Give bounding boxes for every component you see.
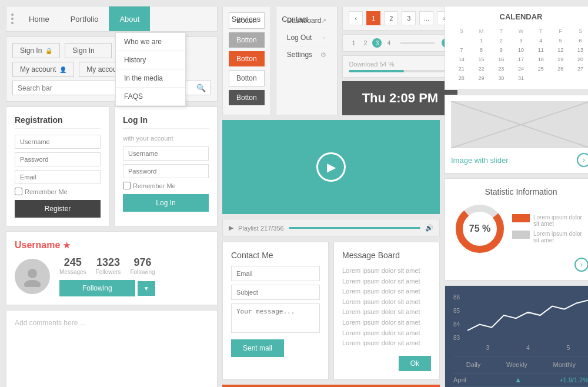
video-player: ▶ bbox=[222, 120, 440, 214]
image-slider-next-btn[interactable]: › bbox=[577, 153, 588, 167]
chart-tab-weekly[interactable]: Weekly bbox=[506, 361, 527, 368]
sign-in-btn-2[interactable]: Sign In bbox=[65, 43, 112, 58]
register-button[interactable]: Register bbox=[15, 200, 101, 218]
video-area: ‹ 1 2 3 ... › 1 2 3 4 bbox=[342, 6, 457, 115]
prev-page-btn[interactable]: ‹ bbox=[349, 11, 363, 25]
my-account-btn-1[interactable]: My account 👤 bbox=[12, 62, 74, 77]
search-icon: 🔍 bbox=[196, 84, 206, 92]
cal-day-m: M bbox=[472, 27, 491, 35]
contact-email[interactable] bbox=[231, 266, 320, 281]
image-slider-card: Image with slider › bbox=[445, 95, 588, 174]
external-link-icon: ↗ bbox=[321, 17, 326, 25]
message-board-title: Message Board bbox=[342, 251, 431, 260]
cal-day-s2: S bbox=[571, 27, 588, 35]
legend-color-gray bbox=[512, 231, 530, 239]
nav-home[interactable]: Home bbox=[18, 6, 60, 31]
lock-icon: 🔒 bbox=[45, 48, 52, 54]
calendar-grid: S M T W T F S 123456 78910111213 1415161… bbox=[451, 26, 588, 84]
dot-4[interactable]: 4 bbox=[384, 38, 393, 48]
login-subtitle: with your account bbox=[123, 135, 209, 142]
dot-pages-row: 1 2 3 4 bbox=[342, 34, 457, 52]
dot-1[interactable]: 1 bbox=[349, 38, 358, 48]
page-3-btn[interactable]: 3 bbox=[402, 11, 416, 25]
login-remember-me: Remember Me bbox=[123, 182, 209, 189]
contact-message[interactable] bbox=[231, 303, 320, 333]
nav-dropdown: Who we are History In the media FAQS bbox=[115, 32, 186, 106]
legend-color-orange bbox=[512, 214, 530, 222]
chart-tabs: Daily Weekly Monthly bbox=[453, 356, 588, 368]
registration-card: Registration Remember Me Register bbox=[6, 106, 109, 226]
dropdown-media[interactable]: In the media bbox=[116, 69, 185, 88]
send-mail-button[interactable]: Sent mail bbox=[231, 339, 284, 357]
chart-y-labels: 86 85 84 83 bbox=[453, 294, 460, 341]
progress-bar bbox=[349, 70, 451, 72]
reg-username[interactable] bbox=[15, 135, 101, 149]
legend-item-2: Lorem ipsum dolor sit amet bbox=[512, 231, 588, 243]
time-display: Thu 2:09 PM bbox=[342, 81, 457, 115]
comment-card[interactable]: Add comments here ... bbox=[6, 310, 218, 387]
chart-row-april: April ▲ +1.9/1.2% bbox=[453, 373, 588, 386]
page-2-btn[interactable]: 2 bbox=[384, 11, 398, 25]
auth-section: Sign In 🔒 Sign In My account 👤 My accoun… bbox=[6, 36, 218, 102]
play-icon[interactable]: ▶ bbox=[229, 224, 233, 232]
nav-portfolio[interactable]: Portfolio bbox=[60, 6, 109, 31]
chart-card: 86 85 84 83 3 4 5 Daily Weekly Monthly bbox=[445, 285, 588, 387]
volume-icon[interactable]: 🔊 bbox=[425, 224, 433, 232]
btn-dark[interactable]: Botton bbox=[229, 90, 265, 105]
arrow-right-icon: → bbox=[320, 34, 326, 41]
message-board-card: Message Board Lorem ipsum dolor sit amet… bbox=[333, 242, 440, 380]
svg-point-1 bbox=[24, 280, 41, 287]
following-button[interactable]: Following bbox=[59, 280, 135, 296]
page-dots-btn[interactable]: ... bbox=[419, 11, 433, 25]
reg-email[interactable] bbox=[15, 170, 101, 184]
nav-contact[interactable]: Contact bbox=[271, 6, 319, 31]
star-icon: ★ bbox=[63, 241, 71, 250]
dot-2[interactable]: 2 bbox=[360, 38, 370, 48]
reg-remember-me: Remember Me bbox=[15, 188, 101, 195]
ok-button[interactable]: Ok bbox=[399, 356, 431, 371]
donut-percent: 75 % bbox=[469, 223, 490, 234]
nav-services[interactable]: Services bbox=[220, 6, 271, 31]
btn-outline-2[interactable]: Botton bbox=[229, 70, 265, 86]
chart-tab-monthly[interactable]: Monthly bbox=[553, 361, 576, 368]
login-remember-checkbox[interactable] bbox=[123, 182, 131, 189]
chart-tab-daily[interactable]: Daily bbox=[466, 361, 480, 368]
video-controls: ▶ Playlist 217/356 🔊 bbox=[222, 219, 440, 237]
avatar bbox=[15, 259, 50, 294]
settings-item[interactable]: Settings ⚙ bbox=[282, 46, 332, 63]
donut-chart: 75 % bbox=[453, 202, 506, 255]
login-button[interactable]: Log In bbox=[123, 194, 209, 212]
contact-title: Contact Me bbox=[231, 251, 320, 260]
login-password[interactable] bbox=[123, 164, 209, 178]
following-dropdown-arrow[interactable]: ▼ bbox=[138, 281, 155, 296]
sign-in-btn-1[interactable]: Sign In 🔒 bbox=[12, 43, 60, 58]
nav-about[interactable]: About bbox=[109, 6, 150, 31]
dropdown-who[interactable]: Who we are bbox=[116, 33, 185, 51]
statistic-next-btn[interactable]: › bbox=[574, 258, 588, 272]
btn-gray[interactable]: Botton bbox=[229, 32, 265, 48]
dropdown-history[interactable]: History bbox=[116, 51, 185, 69]
progress-fill bbox=[349, 70, 404, 72]
cal-day-s1: S bbox=[452, 27, 471, 35]
dropdown-faqs[interactable]: FAQS bbox=[116, 88, 185, 106]
user-icon: 👤 bbox=[59, 66, 66, 73]
contact-subject[interactable] bbox=[231, 285, 320, 300]
stat-legend: Lorem ipsum dolor sit amet Lorem ipsum d… bbox=[512, 214, 588, 243]
cal-day-t2: T bbox=[532, 27, 550, 35]
logout-item[interactable]: Log Out → bbox=[282, 29, 332, 46]
video-progress-bar bbox=[289, 227, 420, 229]
legend-item-1: Lorem ipsum dolor sit amet bbox=[512, 214, 588, 227]
image-placeholder-lines bbox=[451, 101, 588, 148]
login-username[interactable] bbox=[123, 146, 209, 161]
page-1-btn[interactable]: 1 bbox=[366, 11, 380, 25]
registration-title: Registration bbox=[15, 115, 101, 129]
login-card: Log In with your account Remember Me Log… bbox=[114, 106, 218, 226]
following-stat: 976 Following bbox=[130, 256, 155, 275]
username-title: Username ★ bbox=[15, 240, 209, 251]
reg-remember-checkbox[interactable] bbox=[15, 188, 22, 195]
dot-3[interactable]: 3 bbox=[372, 38, 382, 48]
image-slider-label: Image with slider bbox=[451, 156, 509, 165]
reg-password[interactable] bbox=[15, 152, 101, 166]
btn-orange[interactable]: Botton bbox=[229, 51, 265, 66]
play-button[interactable]: ▶ bbox=[316, 152, 346, 182]
